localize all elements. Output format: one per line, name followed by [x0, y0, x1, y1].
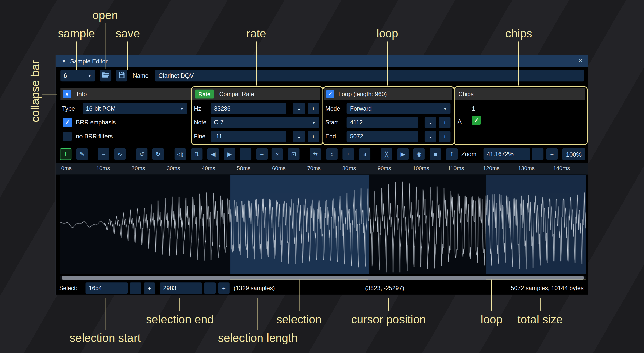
annotation-open-line — [105, 23, 105, 69]
hz-label: Hz — [194, 103, 201, 114]
annotation-sample-label: sample — [58, 27, 95, 40]
annotation-save-label: save — [116, 27, 140, 40]
sample-name-input[interactable] — [155, 70, 584, 82]
annotation-total-size-line — [540, 298, 541, 311]
apply-silence-icon[interactable]: ╍ — [256, 148, 268, 160]
timeline-tick: 110ms — [448, 165, 464, 171]
delete-icon[interactable]: × — [272, 148, 283, 160]
preview-dry-icon[interactable]: ◉ — [413, 148, 425, 160]
chevron-down-icon: ▼ — [312, 120, 316, 125]
reverse-icon[interactable]: ⇆ — [310, 148, 321, 160]
amplify-icon[interactable]: ◁) — [175, 148, 186, 160]
resample-icon[interactable]: ∿ — [114, 148, 126, 160]
annotation-rate-label: rate — [246, 27, 266, 40]
fade-in-icon[interactable]: ◀ — [207, 148, 219, 160]
note-label: Note — [194, 117, 206, 128]
resize-icon[interactable]: ⇔ — [98, 148, 109, 160]
fine-minus-button[interactable]: - — [293, 131, 305, 142]
total-size-text: 5072 samples, 10144 bytes — [511, 282, 584, 294]
fine-plus-button[interactable]: + — [308, 131, 319, 142]
select-mode-icon[interactable]: I — [60, 148, 72, 160]
no-brr-filters-checkbox[interactable] — [63, 132, 72, 141]
open-button[interactable] — [100, 70, 111, 82]
info-header-label: Info — [77, 91, 87, 97]
timeline-tick: 20ms — [131, 165, 145, 171]
selection-start-plus-button[interactable]: + — [144, 282, 155, 294]
note-select[interactable]: C-7 ▼ — [211, 117, 319, 128]
stop-preview-icon[interactable]: ■ — [430, 148, 441, 160]
window-titlebar[interactable]: ▼ Sample Editor × — [56, 55, 588, 67]
fine-label: Fine — [194, 131, 205, 142]
loop-mode-value: Forward — [350, 105, 372, 112]
normalize-icon[interactable]: ⇅ — [191, 148, 203, 160]
sign-invert-icon[interactable]: ± — [342, 148, 354, 160]
timeline-tick: 70ms — [307, 165, 321, 171]
hz-input[interactable]: 33286 — [211, 103, 286, 114]
fine-input[interactable]: -11 — [211, 131, 286, 142]
close-icon[interactable]: × — [578, 56, 583, 65]
make-instrument-icon[interactable]: ↥ — [446, 148, 458, 160]
sample-number-select[interactable]: 6 ▼ — [60, 70, 95, 82]
save-button[interactable] — [116, 70, 127, 82]
loop-start-input[interactable]: 4112 — [347, 117, 418, 128]
sample-type-value: 16-bit PCM — [86, 105, 116, 112]
undo-icon[interactable]: ↺ — [136, 148, 148, 160]
filter-icon[interactable]: ≋ — [359, 148, 370, 160]
timeline-tick: 10ms — [96, 165, 110, 171]
window-collapse-icon[interactable]: ▼ — [62, 59, 66, 64]
loop-start-plus-button[interactable]: + — [439, 117, 451, 128]
selection-end-plus-button[interactable]: + — [218, 282, 230, 294]
hz-minus-button[interactable]: - — [293, 103, 305, 114]
redo-icon[interactable]: ↻ — [152, 148, 164, 160]
hz-plus-button[interactable]: + — [308, 103, 319, 114]
annotation-rate-line — [256, 41, 257, 85]
timeline-ruler[interactable]: 0ms10ms20ms30ms40ms50ms60ms70ms80ms90ms1… — [56, 163, 588, 175]
insert-silence-icon[interactable]: ╌ — [240, 148, 251, 160]
collapse-info-button[interactable]: ∧ — [63, 90, 71, 98]
compat-rate-tab[interactable]: Compat Rate — [219, 91, 254, 97]
sample-type-select[interactable]: 16-bit PCM ▼ — [83, 103, 187, 114]
zoom-input[interactable]: 41.1672% — [484, 148, 530, 160]
zoom-reset-button[interactable]: 100% — [562, 148, 585, 160]
annotation-chips-line — [518, 41, 519, 85]
annotation-loop-line — [387, 41, 388, 85]
chips-header-label: Chips — [458, 91, 473, 97]
annotation-open-label: open — [92, 9, 118, 22]
zoom-out-button[interactable]: - — [532, 148, 544, 160]
info-section-header[interactable]: ∧ Info — [60, 88, 191, 100]
chip-enable-checkbox[interactable]: ✓ — [472, 116, 481, 125]
fade-out-icon[interactable]: ▶ — [224, 148, 235, 160]
timeline-tick: 130ms — [518, 165, 535, 171]
loop-enable-checkbox[interactable]: ✓ — [326, 90, 334, 98]
selection-end-minus-button[interactable]: - — [204, 282, 216, 294]
annotation-save-line — [127, 41, 128, 70]
trim-icon[interactable]: ⊡ — [288, 148, 300, 160]
loop-end-minus-button[interactable]: - — [425, 131, 436, 142]
waveform-view[interactable] — [60, 175, 586, 274]
loop-end-plus-button[interactable]: + — [439, 131, 451, 142]
chevron-down-icon: ▼ — [180, 106, 184, 111]
annotation-cursor-position-line — [388, 298, 389, 311]
selection-end-input[interactable]: 2983 — [160, 282, 202, 294]
sample-editor-window: ▼ Sample Editor × 6 ▼ Name ∧ Info — [56, 55, 588, 295]
crossfade-loop-icon[interactable]: ╳ — [381, 148, 392, 160]
annotation-loop-bracket — [486, 280, 586, 280]
zoom-in-button[interactable]: + — [546, 148, 558, 160]
loop-end-input[interactable]: 5072 — [347, 131, 418, 142]
invert-icon[interactable]: ↕ — [326, 148, 338, 160]
loop-mode-select[interactable]: Forward ▼ — [347, 103, 451, 114]
draw-mode-icon[interactable]: ✎ — [76, 148, 88, 160]
preview-icon[interactable]: ▶ — [397, 148, 409, 160]
rate-tab[interactable]: Rate — [195, 90, 214, 99]
brr-emphasis-checkbox[interactable]: ✓ — [63, 118, 72, 127]
timeline-tick: 40ms — [202, 165, 216, 171]
selection-start-input[interactable]: 1654 — [86, 282, 128, 294]
selection-start-minus-button[interactable]: - — [130, 282, 141, 294]
check-icon: ✓ — [65, 119, 70, 126]
chevron-down-icon: ▼ — [443, 106, 447, 111]
cursor-position-text: (3823, -25297) — [365, 282, 404, 294]
no-brr-filters-label: no BRR filters — [76, 131, 113, 142]
name-label: Name — [133, 70, 149, 82]
loop-start-minus-button[interactable]: - — [425, 117, 436, 128]
check-icon: ✓ — [328, 91, 332, 97]
